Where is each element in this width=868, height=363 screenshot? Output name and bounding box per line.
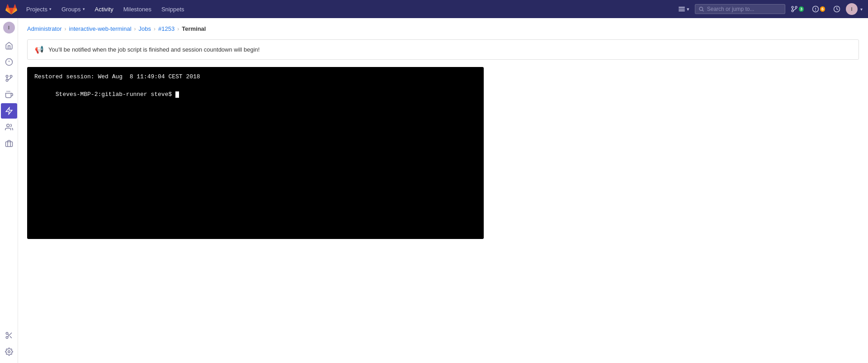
breadcrumb-separator: › bbox=[134, 26, 136, 32]
nav-milestones[interactable]: Milestones bbox=[119, 4, 156, 14]
clock-icon bbox=[833, 5, 840, 13]
issues-nav-button[interactable]: 6 bbox=[809, 4, 828, 14]
terminal-line-1: Restored session: Wed Aug 8 11:49:04 CES… bbox=[34, 72, 476, 81]
issues-icon bbox=[812, 5, 819, 13]
chevron-down-icon: ▾ bbox=[49, 7, 52, 11]
terminal-cursor bbox=[175, 91, 179, 98]
sidebar-item-pipelines[interactable] bbox=[1, 103, 17, 119]
gitlab-logo[interactable] bbox=[5, 3, 17, 15]
svg-point-31 bbox=[8, 351, 10, 353]
notification-banner: 📢 You'll be notified when the job script… bbox=[27, 39, 859, 60]
svg-point-3 bbox=[699, 7, 703, 10]
svg-rect-1 bbox=[679, 9, 685, 10]
svg-rect-0 bbox=[679, 7, 685, 8]
svg-line-30 bbox=[8, 334, 9, 335]
nav-activity[interactable]: Activity bbox=[90, 4, 118, 14]
sidebar-item-packages[interactable] bbox=[1, 136, 17, 151]
terminal-line-2: Steves-MBP-2:gitlab-runner steve$ bbox=[34, 81, 476, 108]
sidebar-user-avatar[interactable]: I bbox=[3, 22, 15, 33]
search-box[interactable] bbox=[695, 4, 785, 14]
merge-request-icon bbox=[5, 74, 13, 82]
admin-area-button[interactable]: ▾ bbox=[675, 4, 692, 14]
svg-marker-23 bbox=[6, 108, 12, 115]
sidebar-item-issues[interactable] bbox=[1, 54, 17, 70]
breadcrumb-separator: › bbox=[154, 26, 156, 32]
sidebar: I bbox=[0, 18, 18, 363]
search-input[interactable] bbox=[707, 6, 781, 12]
merge-requests-badge: 3 bbox=[799, 6, 804, 12]
svg-line-29 bbox=[9, 336, 11, 338]
nav-snippets[interactable]: Snippets bbox=[157, 4, 189, 14]
svg-rect-2 bbox=[679, 10, 685, 11]
scissors-icon bbox=[5, 331, 13, 339]
breadcrumb-administrator[interactable]: Administrator bbox=[27, 25, 62, 32]
todos-nav-button[interactable] bbox=[830, 4, 843, 14]
sidebar-item-snippets[interactable] bbox=[1, 328, 17, 343]
chevron-down-icon: ▾ bbox=[83, 7, 85, 11]
sidebar-item-settings[interactable] bbox=[1, 344, 17, 359]
nav-groups[interactable]: Groups ▾ bbox=[57, 4, 90, 14]
sidebar-item-merge-requests[interactable] bbox=[1, 71, 17, 86]
svg-point-7 bbox=[795, 6, 797, 8]
megaphone-icon: 📢 bbox=[35, 45, 44, 54]
svg-point-24 bbox=[6, 124, 9, 127]
chevron-down-icon: ▾ bbox=[687, 6, 689, 12]
svg-point-5 bbox=[792, 6, 793, 8]
nav-right-section: ▾ 3 6 bbox=[675, 3, 863, 15]
breadcrumb-jobs[interactable]: Jobs bbox=[139, 25, 151, 32]
home-icon bbox=[5, 42, 13, 50]
notification-text: You'll be notified when the job script i… bbox=[48, 46, 259, 53]
sidebar-item-todos[interactable] bbox=[1, 87, 17, 102]
todo-icon bbox=[5, 91, 13, 99]
nav-projects[interactable]: Projects ▾ bbox=[22, 4, 56, 14]
issues-icon bbox=[5, 58, 13, 66]
pipeline-icon bbox=[5, 107, 13, 115]
packages-icon bbox=[5, 139, 13, 148]
breadcrumb-project[interactable]: interactive-web-terminal bbox=[69, 25, 132, 32]
avatar-chevron-icon: ▾ bbox=[860, 7, 863, 12]
svg-rect-25 bbox=[5, 142, 12, 147]
breadcrumb-separator: › bbox=[65, 26, 66, 32]
svg-point-27 bbox=[6, 336, 8, 339]
terminal-window[interactable]: Restored session: Wed Aug 8 11:49:04 CES… bbox=[27, 67, 484, 239]
breadcrumb-current: Terminal bbox=[182, 25, 206, 32]
main-content: Administrator › interactive-web-terminal… bbox=[18, 18, 868, 363]
breadcrumb-job-id[interactable]: #1253 bbox=[158, 25, 175, 32]
top-navigation: Projects ▾ Groups ▾ Activity Milestones … bbox=[0, 0, 868, 18]
breadcrumb: Administrator › interactive-web-terminal… bbox=[27, 25, 859, 32]
user-avatar-menu[interactable]: I bbox=[846, 3, 858, 15]
issues-badge: 6 bbox=[820, 6, 825, 12]
svg-point-18 bbox=[10, 75, 12, 77]
settings-icon bbox=[5, 348, 13, 356]
merge-request-icon bbox=[791, 5, 798, 13]
sidebar-bottom-section bbox=[1, 328, 17, 359]
sidebar-item-home[interactable] bbox=[1, 38, 17, 53]
search-icon bbox=[699, 6, 704, 12]
svg-point-16 bbox=[6, 75, 8, 77]
sidebar-item-groups[interactable] bbox=[1, 119, 17, 135]
svg-line-4 bbox=[703, 10, 704, 11]
merge-requests-nav-button[interactable]: 3 bbox=[788, 4, 807, 14]
groups-icon bbox=[5, 123, 13, 131]
breadcrumb-separator: › bbox=[177, 26, 179, 32]
svg-point-26 bbox=[6, 332, 8, 334]
nav-menu: Projects ▾ Groups ▾ Activity Milestones … bbox=[22, 4, 675, 14]
svg-point-11 bbox=[815, 10, 816, 11]
